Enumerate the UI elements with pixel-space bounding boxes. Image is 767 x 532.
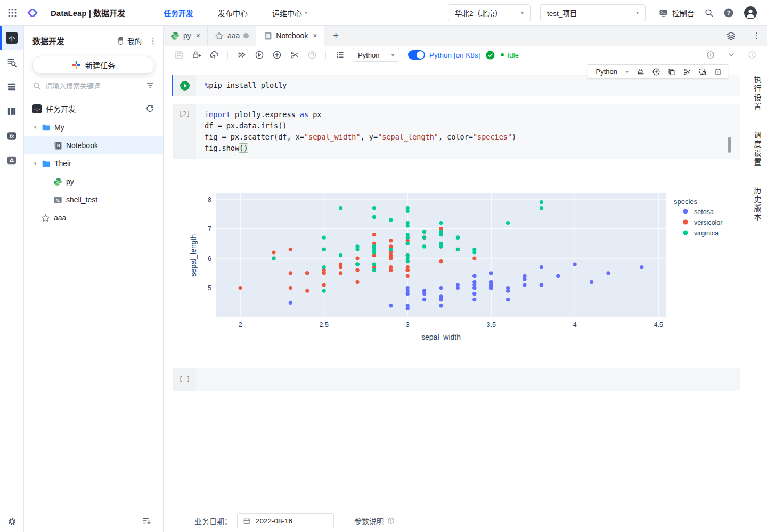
right-panel-tab[interactable]: 历史版本 (752, 186, 763, 223)
cell-editor[interactable] (196, 368, 740, 391)
refresh-icon[interactable] (145, 104, 154, 113)
business-date-label: 业务日期： (194, 515, 232, 526)
editor-tab-py[interactable]: py× (164, 26, 208, 46)
region-select[interactable]: 华北2（北京） ▾ (448, 4, 531, 21)
chevron-down-icon: ▾ (521, 10, 524, 15)
svg-text:2: 2 (239, 321, 242, 329)
iris-scatter-chart[interactable]: 22.533.544.55678sepal_widthsepal_lengths… (181, 182, 746, 347)
run-all-icon[interactable] (233, 50, 250, 60)
close-icon[interactable]: × (313, 31, 317, 40)
task-dev-section-header: <|> 任务开发 (24, 95, 163, 118)
cell-scrollbar-thumb[interactable] (728, 137, 731, 153)
copy-cell-icon[interactable] (664, 68, 679, 76)
app-grid-icon[interactable] (7, 8, 17, 18)
chevron-down-icon: ▾ (391, 52, 394, 58)
top-navbar: DataLeap | 数据开发 任务开发发布中心运维中心▾ 华北2（北京） ▾ … (0, 0, 767, 26)
run-cell-icon[interactable] (250, 50, 268, 60)
info-icon[interactable] (706, 51, 715, 59)
tabbar-more-icon[interactable]: ⋮ (753, 31, 760, 40)
tab-label: py (183, 31, 191, 40)
svg-text:5: 5 (208, 284, 211, 292)
tree-item-their[interactable]: ▾Their (24, 154, 163, 173)
shell-icon: $ (53, 195, 62, 204)
outline-icon[interactable] (331, 50, 348, 60)
code-cell-2[interactable]: [2] import plotly.express as pxdf = px.d… (172, 104, 740, 159)
layers-icon[interactable] (726, 31, 736, 41)
brand: DataLeap | 数据开发 (26, 6, 125, 19)
new-tab-button[interactable]: + (324, 26, 347, 46)
cell-language-select[interactable]: Python ▾ (590, 68, 633, 76)
svg-text:sepal_width: sepal_width (421, 333, 461, 341)
kernel-select[interactable]: Python ▾ (353, 48, 399, 62)
cut-cell-icon[interactable] (285, 50, 303, 60)
avatar[interactable] (744, 6, 757, 20)
notebook-toolbar: Python ▾ Python [on K8s] Idle (164, 46, 767, 64)
nav-link[interactable]: 任务开发 (164, 7, 193, 18)
tree-item-py[interactable]: py (24, 173, 163, 191)
code-square-icon: <|> (32, 104, 42, 113)
chevron-down-icon: ▾ (626, 69, 629, 75)
info-icon-secondary[interactable] (748, 51, 756, 59)
add-cell-icon[interactable] (268, 50, 285, 60)
rail-item-function-icon[interactable]: fx (0, 124, 23, 148)
lock-add-icon[interactable] (187, 50, 205, 60)
mine-filter-toggle[interactable]: 我的 (117, 36, 142, 46)
tree-item-notebook[interactable]: NNotebook (24, 136, 163, 154)
tree-item-shell_test[interactable]: $shell_test (24, 191, 163, 209)
search-input[interactable] (45, 82, 142, 90)
editor-tab-aaa[interactable]: aaa (208, 26, 256, 46)
search-icon[interactable] (704, 8, 714, 18)
filter-icon[interactable] (146, 81, 154, 90)
calendar-icon (243, 517, 251, 525)
chevron-down-icon[interactable]: ▾ (32, 161, 38, 166)
settings-gear-icon[interactable] (0, 517, 23, 527)
colorful-plus-icon (72, 61, 80, 69)
rail-item-data-columns-icon[interactable] (0, 99, 23, 124)
run-cell-button[interactable] (180, 81, 190, 91)
python-icon (53, 177, 62, 186)
right-panel-tab[interactable]: 执行设置 (752, 76, 763, 112)
tree-item-aaa[interactable]: aaa (24, 209, 163, 227)
tab-label: aaa (227, 31, 240, 40)
rail-item-resource-drive-icon[interactable] (0, 148, 23, 173)
nav-link[interactable]: 发布中心 (218, 7, 248, 18)
delete-cell-icon[interactable] (710, 68, 725, 76)
k8s-toggle[interactable] (408, 50, 425, 60)
tree-item-label: shell_test (66, 195, 97, 204)
rail-item-search-list-icon[interactable] (0, 50, 23, 75)
console-button[interactable]: 控制台 (658, 7, 695, 18)
collapse-chevron-icon[interactable] (728, 51, 735, 59)
right-settings-strip: 执行设置调度设置历史版本 (747, 64, 767, 532)
cell-editor[interactable]: import plotly.express as pxdf = px.data.… (196, 104, 740, 159)
cell-gutter (173, 75, 196, 96)
nav-link[interactable]: 运维中心▾ (272, 7, 307, 18)
project-select[interactable]: test_项目 ▾ (540, 4, 646, 21)
add-cell-icon[interactable] (648, 68, 664, 76)
svg-text:sepal_length: sepal_length (189, 234, 198, 276)
chevron-down-icon[interactable]: ▾ (32, 125, 38, 130)
clear-output-brush-icon[interactable] (633, 68, 648, 76)
sort-list-icon[interactable] (142, 516, 151, 526)
paste-cell-icon[interactable] (695, 68, 710, 76)
notebook-canvas: %pip install plotly [2] import plotly.ex… (164, 64, 747, 510)
new-task-button[interactable]: 新建任务 (32, 56, 154, 74)
save-icon[interactable] (170, 50, 187, 60)
tree-item-my[interactable]: ▾My (24, 118, 163, 136)
cut-cell-icon[interactable] (679, 68, 695, 76)
rail-item-code-icon[interactable]: <|> (0, 26, 23, 50)
help-icon[interactable]: ? (723, 7, 734, 18)
params-help[interactable]: 参数说明 (354, 515, 395, 526)
close-icon[interactable]: × (196, 31, 200, 40)
editor-tab-notebook[interactable]: Notebook× (256, 26, 324, 46)
rail-item-task-list-icon[interactable] (0, 75, 23, 99)
svg-text:6: 6 (208, 255, 211, 263)
empty-code-cell[interactable]: [ ] (172, 368, 740, 391)
editor-tabbar: py×aaaNotebook× + ⋮ (164, 26, 767, 46)
business-date-picker[interactable]: 2022-08-16 (237, 513, 334, 528)
editor-main: py×aaaNotebook× + ⋮ (164, 26, 767, 532)
sidebar-more-icon[interactable]: ⋮ (149, 36, 157, 46)
submit-cloud-icon[interactable] (205, 50, 223, 60)
stop-icon[interactable] (303, 50, 321, 60)
svg-text:species: species (674, 198, 698, 206)
right-panel-tab[interactable]: 调度设置 (752, 131, 763, 167)
